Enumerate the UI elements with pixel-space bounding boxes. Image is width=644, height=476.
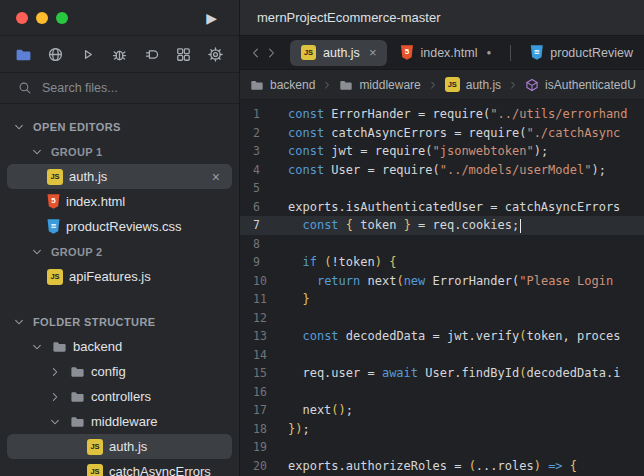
folder-label: middleware — [91, 414, 157, 429]
folder-icon — [69, 389, 85, 405]
line-content: next(); — [288, 403, 353, 417]
zoom-window-button[interactable] — [56, 12, 68, 24]
line-number: 14 — [240, 348, 278, 362]
nav-forward-icon[interactable] — [263, 43, 278, 63]
code-line-11[interactable]: 11 } — [240, 290, 644, 309]
chev-down-icon — [11, 314, 27, 330]
line-number: 2 — [240, 126, 278, 140]
line-number: 3 — [240, 144, 278, 158]
code-line-16[interactable]: 16 — [240, 383, 644, 402]
tree-folder-controllers[interactable]: controllers — [7, 384, 232, 409]
code-line-8[interactable]: 8 — [240, 235, 644, 254]
folder-icon — [69, 364, 85, 380]
code-line-1[interactable]: 1const ErrorHander = require("../utils/e… — [240, 105, 644, 124]
tab-label: index.html — [420, 46, 477, 60]
tabs: JSauth.js×5index.html●≡productReview — [290, 40, 644, 66]
chev-down-icon — [29, 244, 45, 260]
code-line-3[interactable]: 3const jwt = require("jsonwebtoken"); — [240, 142, 644, 161]
close-tab-icon[interactable]: × — [369, 45, 377, 60]
file-label: productReviews.css — [66, 219, 182, 234]
tab-productreview[interactable]: ≡productReview — [519, 40, 644, 66]
tree-section-folder-structure[interactable]: FOLDER STRUCTURE — [7, 309, 232, 334]
js-file-icon: JS — [47, 169, 63, 185]
breadcrumb-item-middleware[interactable]: middleware — [339, 78, 420, 92]
line-number: 19 — [240, 440, 278, 454]
breadcrumb-separator-icon — [507, 79, 519, 91]
chev-down-icon — [11, 119, 27, 135]
code-line-6[interactable]: 6exports.isAuthenticatedUser = catchAsyn… — [240, 198, 644, 217]
tree-file-auth.js[interactable]: JSauth.js — [7, 434, 232, 459]
tab-index.html[interactable]: 5index.html● — [389, 40, 502, 66]
folder-label: backend — [73, 339, 122, 354]
js-file-icon: JS — [301, 45, 316, 60]
code-line-14[interactable]: 14 — [240, 346, 644, 365]
chev-down-icon — [29, 339, 45, 355]
breadcrumb-item-auth.js[interactable]: JSauth.js — [445, 77, 501, 92]
code-line-15[interactable]: 15 req.user = await User.findById(decode… — [240, 364, 644, 383]
code-line-9[interactable]: 9 if (!token) { — [240, 253, 644, 272]
breadcrumb-label: auth.js — [466, 78, 501, 92]
activity-run-icon[interactable] — [78, 45, 96, 63]
close-window-button[interactable] — [16, 12, 28, 24]
line-content: }); — [288, 422, 310, 436]
tree-section-group-1[interactable]: GROUP 1 — [7, 139, 232, 164]
tree-folder-backend[interactable]: backend — [7, 334, 232, 359]
activity-plugin-icon[interactable] — [143, 45, 161, 63]
tree-file-productreviews.css[interactable]: ≡productReviews.css — [7, 214, 232, 239]
code-line-12[interactable]: 12 — [240, 309, 644, 328]
breadcrumb-separator-icon — [427, 79, 439, 91]
activity-grid-icon[interactable] — [175, 45, 193, 63]
line-number: 18 — [240, 422, 278, 436]
activity-globe-icon[interactable] — [46, 45, 64, 63]
nav-back-icon[interactable] — [248, 43, 263, 63]
tab-label: auth.js — [323, 46, 360, 60]
folder-label: controllers — [91, 389, 151, 404]
close-editor-icon[interactable]: × — [208, 169, 224, 185]
tree-file-index.html[interactable]: 5index.html — [7, 189, 232, 214]
sidebar: ▶ OPEN EDITORSGROUP 1JSauth.js×5index.ht… — [0, 0, 240, 476]
file-label: auth.js — [109, 439, 147, 454]
line-content: if (!token) { — [288, 255, 396, 269]
code-area[interactable]: 1const ErrorHander = require("../utils/e… — [240, 100, 644, 476]
tree-file-auth.js[interactable]: JSauth.js× — [7, 164, 232, 189]
activity-files-icon[interactable] — [14, 45, 32, 63]
code-line-5[interactable]: 5 — [240, 179, 644, 198]
tree-file-apifeatures.js[interactable]: JSapiFeatures.js — [7, 264, 232, 289]
code-line-10[interactable]: 10 return next(new ErrorHander("Please L… — [240, 272, 644, 291]
line-content: exports.isAuthenticatedUser = catchAsync… — [288, 200, 620, 214]
tree-file-catchasyncerrors[interactable]: JScatchAsyncErrors — [7, 459, 232, 476]
code-line-4[interactable]: 4const User = require("../models/userMod… — [240, 161, 644, 180]
code-line-18[interactable]: 18}); — [240, 420, 644, 439]
tab-bar: JSauth.js×5index.html●≡productReview — [240, 36, 644, 70]
run-icon[interactable]: ▶ — [206, 9, 217, 27]
code-line-13[interactable]: 13 const decodedData = jwt.verify(token,… — [240, 327, 644, 346]
code-line-17[interactable]: 17 next(); — [240, 401, 644, 420]
tree-section-group-2[interactable]: GROUP 2 — [7, 239, 232, 264]
minimize-window-button[interactable] — [36, 12, 48, 24]
tab-auth.js[interactable]: JSauth.js× — [290, 40, 387, 66]
code-line-19[interactable]: 19 — [240, 438, 644, 457]
js-file-icon: JS — [445, 77, 460, 92]
search-input[interactable] — [42, 81, 192, 95]
css-file-icon: ≡ — [530, 45, 543, 60]
code-line-7[interactable]: 7 const { token } = req.cookies; — [240, 216, 644, 235]
code-line-2[interactable]: 2const catchAsyncErrors = require("./cat… — [240, 124, 644, 143]
activity-debug-icon[interactable] — [110, 45, 128, 63]
activity-settings-icon[interactable] — [207, 45, 225, 63]
breadcrumb-item-isauthenticatedu[interactable]: isAuthenticatedU — [525, 78, 636, 92]
line-number: 13 — [240, 329, 278, 343]
tree-folder-config[interactable]: config — [7, 359, 232, 384]
line-number: 7 — [240, 218, 278, 232]
breadcrumb-label: isAuthenticatedU — [545, 78, 636, 92]
html-file-icon: 5 — [47, 194, 60, 209]
search-icon — [18, 81, 32, 95]
breadcrumb-item-backend[interactable]: backend — [250, 78, 315, 92]
line-number: 11 — [240, 292, 278, 306]
group-label: GROUP 2 — [51, 246, 102, 258]
code-line-20[interactable]: 20exports.authorizeRoles = (...roles) =>… — [240, 457, 644, 476]
header-label: FOLDER STRUCTURE — [33, 316, 156, 328]
tree-section-open-editors[interactable]: OPEN EDITORS — [7, 114, 232, 139]
folder-icon — [69, 414, 85, 430]
line-number: 17 — [240, 403, 278, 417]
tree-folder-middleware[interactable]: middleware — [7, 409, 232, 434]
